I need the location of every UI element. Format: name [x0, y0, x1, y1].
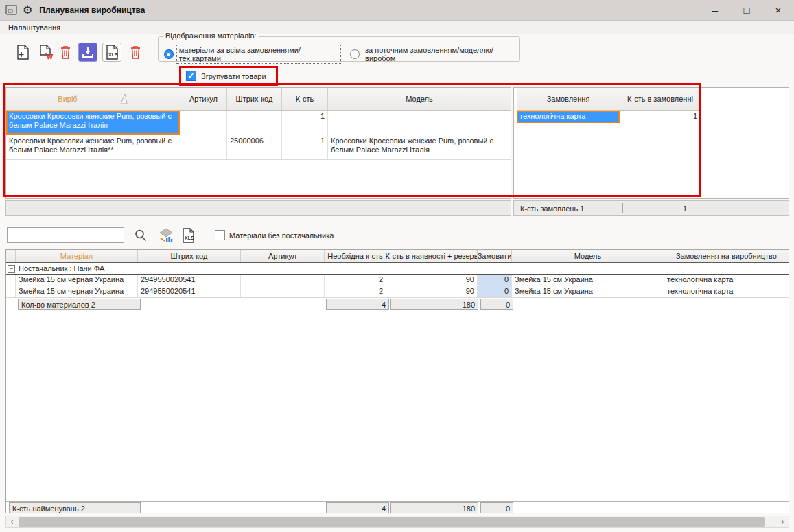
col-header-required-qty[interactable]: Необхідна к-сть [325, 250, 386, 262]
materials-footer-available: 180 [390, 502, 478, 513]
materials-footer-required: 4 [326, 502, 389, 513]
col-header-model[interactable]: Модель [512, 250, 664, 262]
collapse-group-icon[interactable]: − [8, 265, 15, 273]
scroll-left-icon[interactable]: ‹ [6, 516, 18, 527]
trash-icon [60, 45, 71, 60]
orders-count-label: К-сть замовлень 1 [517, 203, 620, 213]
materials-count-label: К-сть найменувань 2 [9, 502, 141, 513]
horizontal-scrollbar[interactable]: ‹ › [5, 516, 789, 528]
document-plus-icon [16, 45, 30, 60]
table-row[interactable]: Кроссовки Кроссовки женские Pum, розовый… [6, 111, 511, 135]
table-row[interactable]: технологічна карта 1 [517, 111, 701, 123]
add-document-button[interactable] [13, 43, 32, 62]
order-qty-cell[interactable]: 0 [478, 286, 512, 297]
materials-footer-order: 0 [480, 502, 513, 513]
no-supplier-label[interactable]: Матеріали без постачальника [229, 231, 334, 240]
scroll-right-icon[interactable]: › [777, 516, 789, 527]
orders-footer-bar: К-сть замовлень 1 1 [513, 200, 789, 216]
orders-header-row: Замовлення К-сть в замовленні [517, 88, 701, 111]
table-row[interactable]: Кроссовки Кроссовки женские Pum, розовый… [6, 135, 511, 160]
col-header-order-qty[interactable]: К-сть в замовленні [620, 88, 701, 110]
orders-count-value: 1 [622, 203, 747, 213]
products-table: Виріб Артикул Штрих-код К-сть Модель Кро… [5, 87, 511, 199]
col-header-article[interactable]: Артикул [241, 250, 325, 262]
products-header-row: Виріб Артикул Штрих-код К-сть Модель [6, 88, 511, 111]
trash-icon [130, 45, 141, 60]
svg-text:XLS: XLS [185, 235, 194, 240]
search-icon[interactable] [132, 227, 149, 244]
subtotal-available: 180 [390, 299, 478, 310]
radio-all-orders-label[interactable]: матеріали за всіма замовленнями/тех.карт… [176, 45, 341, 64]
col-header-qty[interactable]: К-сть [282, 88, 328, 110]
maximize-button[interactable]: □ [731, 0, 762, 21]
sort-indicator-icon [119, 93, 128, 105]
radio-all-orders[interactable] [164, 49, 174, 59]
export-materials-xls-icon[interactable]: XLS [180, 227, 196, 244]
materials-footer-row: К-сть найменувань 2 4 180 0 [6, 501, 789, 513]
subtotal-required: 4 [326, 299, 389, 310]
radio-current-order-label[interactable]: за поточним замовленням/моделлю/виробом [365, 46, 519, 62]
radio-current-order[interactable] [350, 49, 360, 59]
restore-window-icon [5, 5, 17, 15]
materials-header-row: Матеріал Штрих-код Артикул Необхідна к-с… [6, 250, 789, 263]
download-tray-icon [81, 45, 95, 59]
orders-table: Замовлення К-сть в замовленні технологіч… [513, 87, 789, 199]
subtotal-order: 0 [480, 299, 513, 310]
products-footer-bar [5, 200, 511, 216]
table-row[interactable]: Змейка 15 см черная Украина 294955002054… [6, 286, 789, 298]
no-supplier-checkbox[interactable] [215, 230, 225, 240]
table-row[interactable]: Змейка 15 см черная Украина 294955002054… [6, 275, 789, 286]
xls-file-icon: XLS [106, 45, 119, 60]
supplier-group-row[interactable]: − Постачальник : Пани ФА [6, 263, 789, 275]
document-cart-icon [39, 45, 54, 60]
group-products-checkbox[interactable]: ✓ [186, 71, 196, 81]
window-title: Планування виробництва [39, 5, 145, 15]
app-gear-icon: ⚙ [23, 5, 32, 16]
group-products-label[interactable]: Згрупувати товари [201, 72, 266, 80]
col-header-barcode[interactable]: Штрих-код [227, 88, 282, 110]
svg-text:XLS: XLS [108, 52, 118, 57]
search-input[interactable] [7, 227, 124, 243]
menubar: Налаштування [0, 21, 794, 34]
group-subtotal-row: Кол-во материалов 2 4 180 0 [6, 298, 789, 310]
col-header-product[interactable]: Виріб [6, 88, 180, 110]
col-header-article[interactable]: Артикул [180, 88, 227, 110]
import-selected-button[interactable] [78, 43, 97, 62]
order-cell-selected[interactable]: технологічна карта [517, 111, 620, 123]
col-header-available-qty[interactable]: К-сть в наявності + резерв [386, 250, 478, 262]
menu-settings[interactable]: Налаштування [5, 22, 63, 33]
display-options-label: Відображення матеріалів: [163, 32, 259, 40]
scrollbar-thumb[interactable] [19, 517, 765, 527]
col-header-barcode[interactable]: Штрих-код [138, 250, 241, 262]
minimize-button[interactable]: – [699, 0, 731, 21]
remove-document-button[interactable] [36, 43, 56, 62]
col-header-model[interactable]: Модель [328, 88, 511, 110]
product-cell-selected[interactable]: Кроссовки Кроссовки женские Pum, розовый… [6, 111, 180, 135]
supplier-group-label: Постачальник : Пани ФА [19, 264, 104, 273]
materials-table: Матеріал Штрих-код Артикул Необхідна к-с… [5, 249, 789, 513]
pivot-analysis-icon[interactable] [158, 227, 174, 244]
export-xls-button[interactable]: XLS [102, 43, 121, 62]
row-indicator-header [6, 250, 16, 262]
display-options-groupbox: Відображення матеріалів: матеріали за вс… [158, 36, 520, 62]
col-header-material[interactable]: Матеріал [16, 250, 138, 262]
order-qty-cell[interactable]: 0 [478, 275, 512, 286]
close-button[interactable]: × [762, 0, 794, 21]
window-titlebar: ⚙ Планування виробництва – □ × [0, 0, 794, 21]
delete-materials-button[interactable] [126, 43, 145, 62]
col-header-order[interactable]: Замовлення [517, 88, 620, 110]
subtotal-label: Кол-во материалов 2 [18, 299, 141, 310]
col-header-order[interactable]: Замовити [478, 250, 512, 262]
delete-button[interactable] [56, 43, 75, 62]
col-header-production-order[interactable]: Замовлення на виробництво [664, 250, 789, 262]
